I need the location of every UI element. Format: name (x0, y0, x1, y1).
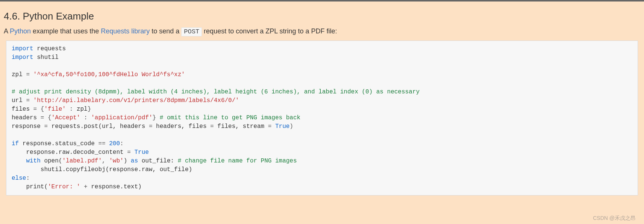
code-token: print( (26, 183, 48, 190)
code-token: requests.post(url, headers (52, 123, 149, 130)
post-inline-code: POST (181, 27, 202, 36)
code-token: { (41, 106, 44, 113)
code-token: = (26, 97, 33, 104)
code-token: == (98, 140, 109, 147)
intro-text-4: request to convert a ZPL string to a PDF… (202, 27, 337, 35)
code-token: ) (289, 123, 293, 130)
code-token: : (80, 114, 91, 121)
code-token: 'file' (44, 106, 66, 113)
code-token: = (149, 123, 156, 130)
code-token: + (80, 183, 91, 190)
code-token: = (44, 123, 51, 130)
code-token: } (88, 106, 91, 113)
document-page: 4.6. Python Example A Python example tha… (0, 2, 644, 199)
code-token: as (131, 158, 138, 164)
code-comment: # adjust print density (8dpmm), label wi… (12, 89, 420, 95)
code-token: import (12, 54, 33, 61)
code-token: True (134, 149, 148, 156)
code-token: : (66, 106, 77, 113)
code-token: = (127, 149, 134, 156)
code-token: url (12, 97, 26, 104)
code-token: True (275, 123, 289, 130)
code-token: 'application/pdf' (91, 114, 152, 121)
intro-paragraph: A Python example that uses the Requests … (4, 27, 640, 35)
requests-library-link[interactable]: Requests library (101, 27, 150, 35)
code-token: headers, files (156, 123, 210, 130)
code-token: = (41, 114, 48, 121)
code-indent (12, 158, 26, 164)
code-token: , (102, 158, 109, 164)
code-token: headers (12, 114, 41, 121)
code-token: shutil.copyfileobj(response.raw, out_fil… (41, 166, 192, 173)
code-token: import (12, 45, 33, 52)
code-token: shutil (33, 54, 59, 61)
code-token: 'http://api.labelary.com/v1/printers/8dp… (33, 97, 239, 104)
intro-text-3: to send a (150, 27, 181, 35)
code-token: response.raw.decode_content (26, 149, 127, 156)
code-token: if (12, 140, 19, 147)
code-token: : (120, 140, 124, 147)
section-heading: 4.6. Python Example (4, 11, 640, 22)
code-token: with (26, 158, 40, 164)
code-token: 'Accept' (52, 114, 80, 121)
code-token: 'Error: ' (48, 183, 80, 190)
code-token: '^xa^cfa,50^fo100,100^fdHello World^fs^x… (33, 71, 185, 78)
code-comment: # omit this line to get PNG images back (160, 114, 300, 121)
code-token: } (152, 114, 159, 121)
code-comment: # change file name for PNG images (178, 158, 297, 164)
code-token: 'label.pdf' (62, 158, 102, 164)
code-token: 'wb' (109, 158, 123, 164)
code-token: = (268, 123, 275, 130)
code-token: : (26, 175, 30, 182)
code-token: 200 (109, 140, 120, 147)
intro-text-2: example that uses the (31, 27, 101, 35)
code-token: files, stream (217, 123, 268, 130)
code-token: = (210, 123, 217, 130)
code-token: zpl (77, 106, 88, 113)
code-indent (12, 149, 26, 156)
python-link[interactable]: Python (10, 27, 31, 35)
code-token: ) (124, 158, 131, 164)
code-token: = (33, 106, 41, 113)
intro-text-1: A (4, 27, 10, 35)
code-token: response.text) (91, 183, 141, 190)
code-indent (12, 166, 41, 173)
code-token: requests (33, 45, 66, 52)
code-token: response (12, 123, 44, 130)
code-token: { (48, 114, 52, 121)
python-code-block: import requests import shutil zpl = '^xa… (6, 41, 638, 195)
code-token: else (12, 175, 26, 182)
code-indent (12, 183, 26, 190)
code-token: open( (41, 158, 62, 164)
code-token: = (26, 71, 33, 78)
code-token: files (12, 106, 33, 113)
code-token: zpl (12, 71, 26, 78)
code-token: response.status_code (19, 140, 98, 147)
code-token: out_file: (138, 158, 178, 164)
